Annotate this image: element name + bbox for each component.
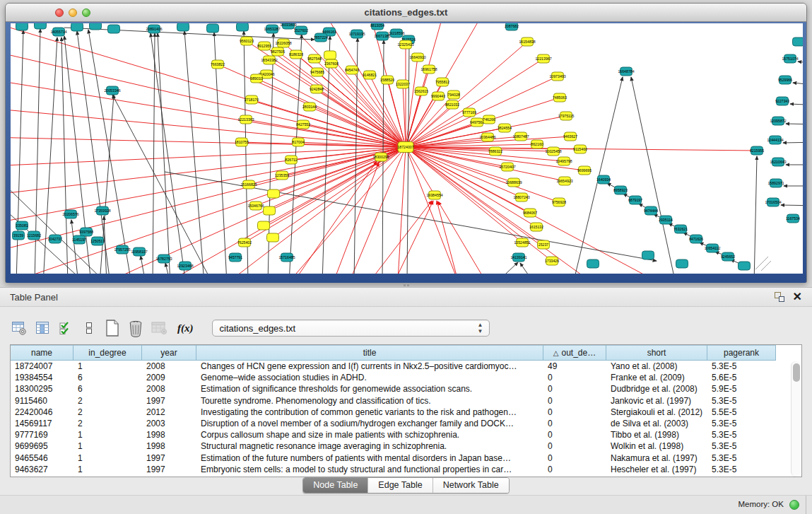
graph-node[interactable]: 746266 xyxy=(483,115,495,124)
graph-node[interactable]: 1322037 xyxy=(396,80,410,88)
graph-node[interactable]: 16648784 xyxy=(618,67,634,76)
graph-node[interactable]: 12444134 xyxy=(767,136,783,144)
network-graph-canvas[interactable]: 1405571420891406106532871527602646616110… xyxy=(11,23,803,274)
graph-node[interactable]: 18300295 xyxy=(372,153,389,161)
graph-node[interactable]: 16782753 xyxy=(155,255,172,263)
table-row[interactable]: 1456911722003Disruption of a novel membe… xyxy=(11,418,801,429)
graph-node[interactable]: 17359928 xyxy=(94,206,110,215)
modify-table-button[interactable] xyxy=(10,318,28,338)
scrollbar-thumb[interactable] xyxy=(793,363,800,382)
graph-node[interactable]: 16154838 xyxy=(519,37,535,46)
graph-node[interactable]: 2087682 xyxy=(505,23,519,30)
graph-node[interactable]: 8427552 xyxy=(296,120,310,129)
graph-node[interactable]: 17957255 xyxy=(114,245,130,254)
graph-node[interactable] xyxy=(258,221,270,230)
graph-node[interactable]: 1810755 xyxy=(235,138,249,146)
graph-node[interactable]: 1562615 xyxy=(414,87,428,95)
graph-node[interactable]: 1733426 xyxy=(545,257,559,265)
graph-node[interactable]: 2718170 xyxy=(245,95,259,104)
graph-node[interactable]: 9475685 xyxy=(310,68,324,76)
column-header-out_de[interactable]: △out_de… xyxy=(543,345,606,361)
table-row[interactable]: 1872400712008Changes of HCN gene express… xyxy=(11,361,801,372)
tab-node-table[interactable]: Node Table xyxy=(303,478,368,493)
graph-node[interactable]: 14139141 xyxy=(510,253,526,262)
column-header-in_degree[interactable]: in_degree xyxy=(73,345,142,361)
graph-node[interactable]: 1615132 xyxy=(529,223,543,231)
function-builder-button[interactable]: f(x) xyxy=(177,322,194,334)
graph-node[interactable] xyxy=(587,259,599,268)
graph-node[interactable]: 20891406 xyxy=(146,25,162,33)
graph-node[interactable] xyxy=(267,233,279,242)
graph-node[interactable]: 15720407 xyxy=(499,163,515,171)
graph-node[interactable] xyxy=(207,24,219,33)
graph-node[interactable]: 8454743 xyxy=(345,66,359,74)
table-row[interactable]: 911546021997Tourette syndrome. Phenomeno… xyxy=(11,395,801,407)
graph-node[interactable]: 1215682 xyxy=(27,231,41,240)
graph-node[interactable] xyxy=(108,25,120,33)
graph-node[interactable]: 10654112 xyxy=(705,244,721,252)
table-row[interactable]: 946362711997Embryonic stem cells: a mode… xyxy=(11,464,801,475)
graph-node[interactable]: 335081 xyxy=(16,221,28,230)
graph-node[interactable] xyxy=(268,189,280,198)
graph-hub-node[interactable]: 18724007 xyxy=(397,142,413,153)
graph-node[interactable]: 19654923 xyxy=(556,177,572,185)
graph-node[interactable]: 9463627 xyxy=(563,132,577,141)
row-height-button[interactable] xyxy=(80,318,98,338)
graph-node[interactable]: 862160 xyxy=(531,140,543,148)
graph-node[interactable]: 9245652 xyxy=(721,252,735,261)
delete-button[interactable] xyxy=(126,318,145,338)
graph-node[interactable]: 14055714 xyxy=(50,28,66,36)
graph-node[interactable]: 20053346 xyxy=(104,86,120,95)
graph-node[interactable]: 6879197 xyxy=(628,196,642,204)
graph-node[interactable]: 1527602 xyxy=(294,26,308,35)
graph-node[interactable]: 9242848 xyxy=(310,85,324,93)
graph-node[interactable]: 1588520 xyxy=(380,76,394,84)
show-columns-button[interactable] xyxy=(33,318,52,338)
graph-node[interactable]: 15046766 xyxy=(247,201,264,210)
graph-node[interactable]: 15892971 xyxy=(767,179,784,187)
graph-node[interactable]: 8912955 xyxy=(257,42,271,50)
graph-node[interactable]: 8471626 xyxy=(689,235,703,243)
graph-node[interactable]: 19218596 xyxy=(388,29,404,37)
graph-node[interactable]: 3824554 xyxy=(498,124,512,132)
column-header-name[interactable]: name xyxy=(11,345,73,361)
graph-node[interactable]: 15751074 xyxy=(782,54,798,63)
graph-node[interactable]: 9146821 xyxy=(363,71,377,79)
graph-node[interactable] xyxy=(71,23,83,31)
graph-node[interactable]: 6497568 xyxy=(470,118,484,127)
graph-node[interactable]: 9115460 xyxy=(573,145,587,153)
graph-node[interactable]: 2935114 xyxy=(659,216,673,224)
column-header-short[interactable]: short xyxy=(606,345,707,361)
tab-network-table[interactable]: Network Table xyxy=(433,478,509,493)
graph-node[interactable]: 12213967 xyxy=(535,54,551,63)
column-header-title[interactable]: title xyxy=(196,345,543,361)
graph-node[interactable] xyxy=(264,206,276,215)
graph-node[interactable] xyxy=(16,23,28,30)
graph-node[interactable]: 10958107 xyxy=(131,247,147,256)
table-row[interactable]: 1830029562008Estimation of significance … xyxy=(11,383,801,395)
graph-node[interactable]: 10719195 xyxy=(348,30,365,38)
graph-node[interactable]: 9699695 xyxy=(577,166,592,175)
column-header-year[interactable]: year xyxy=(142,345,196,361)
network-window-titlebar[interactable]: citations_edges.txt xyxy=(6,4,806,22)
graph-node[interactable]: 7485063 xyxy=(553,93,567,102)
graph-node[interactable]: 13524851 xyxy=(514,238,530,247)
graph-node[interactable]: 1235359 xyxy=(275,171,289,180)
graph-node[interactable]: 16033809 xyxy=(280,23,296,29)
graph-node[interactable]: 989010 xyxy=(250,74,262,83)
graph-node[interactable]: 2367608 xyxy=(324,59,339,68)
graph-node[interactable]: 7663822 xyxy=(211,60,225,69)
graph-node[interactable] xyxy=(90,23,102,30)
import-table-button[interactable] xyxy=(150,318,168,338)
graph-node[interactable]: 9827505 xyxy=(271,47,285,56)
graph-node[interactable]: 10688639 xyxy=(505,178,522,187)
graph-node[interactable]: 10973493 xyxy=(549,72,565,81)
graph-node[interactable]: 12923468 xyxy=(177,262,193,270)
graph-node[interactable]: 9684067 xyxy=(523,209,537,217)
graph-node[interactable]: 9560123 xyxy=(240,37,254,45)
graph-node[interactable]: 794028 xyxy=(447,90,459,99)
graph-node[interactable]: 18226058 xyxy=(275,39,291,47)
graph-node[interactable]: 7886322 xyxy=(488,147,502,156)
graph-node[interactable]: 18807243 xyxy=(513,193,529,201)
graph-node[interactable]: 12095872 xyxy=(770,117,786,125)
